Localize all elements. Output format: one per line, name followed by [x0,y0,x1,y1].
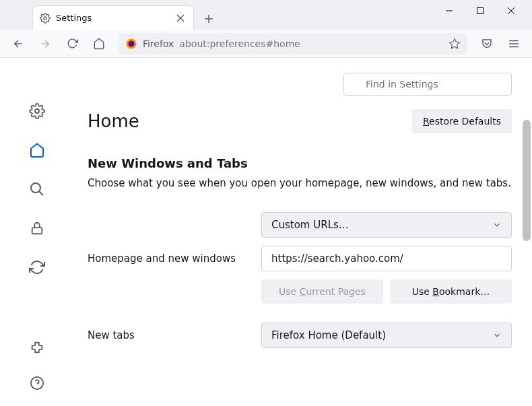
gear-icon [40,13,51,24]
sidebar-help[interactable] [28,374,46,393]
urlbar-url: about:preferences#home [179,38,443,49]
firefox-icon [125,38,137,50]
svg-point-6 [31,183,40,193]
maximize-button[interactable] [465,0,496,22]
scrollbar-thumb[interactable] [523,120,531,241]
browser-tab[interactable]: Settings [32,5,194,30]
close-tab-button[interactable] [174,12,187,24]
menu-button[interactable] [502,32,525,55]
svg-rect-1 [477,8,484,14]
home-button[interactable] [88,32,110,55]
homepage-mode-dropdown[interactable]: Custom URLs… [261,212,512,238]
newtabs-dropdown[interactable]: Firefox Home (Default) [261,323,512,348]
content: Home RRestore Defaultsestore Defaults Ne… [0,58,532,406]
section-desc: Choose what you see when you open your h… [88,177,512,189]
main-panel: Home RRestore Defaultsestore Defaults Ne… [74,58,532,406]
chevron-down-icon [492,331,502,340]
dropdown-value: Custom URLs… [271,219,349,231]
chevron-down-icon [492,220,502,230]
svg-point-0 [44,17,46,20]
restore-defaults-button[interactable]: RRestore Defaultsestore Defaults [412,109,512,133]
tab-title: Settings [56,13,169,23]
toolbar: Firefox about:preferences#home [0,30,532,58]
urlbar-brand: Firefox [143,38,174,49]
section-title: New Windows and Tabs [88,156,512,170]
sidebar-sync[interactable] [28,258,46,277]
find-in-settings-input[interactable] [343,73,512,96]
use-bookmark-button[interactable]: Use Bookmark… [390,279,512,304]
sidebar-home[interactable] [28,141,46,160]
url-bar[interactable]: Firefox about:preferences#home [119,33,467,55]
new-tab-button[interactable] [198,8,220,30]
minimize-button[interactable] [434,0,465,22]
reload-button[interactable] [61,32,84,55]
titlebar: Settings [0,0,532,30]
sidebar-privacy[interactable] [28,219,46,238]
scrollbar[interactable] [521,120,531,406]
forward-button[interactable] [34,32,57,55]
page-title: Home [88,111,139,131]
window-controls [434,0,527,22]
homepage-url-input[interactable] [261,246,512,271]
sidebar-general[interactable] [28,102,46,121]
svg-point-5 [35,109,39,113]
svg-point-3 [129,40,135,46]
use-current-pages-button[interactable]: Use Current Pages [261,279,383,304]
sidebar [0,58,74,406]
sidebar-extensions[interactable] [28,339,46,358]
svg-rect-7 [32,228,42,234]
bookmark-star-icon[interactable] [448,38,461,50]
sidebar-search[interactable] [28,180,46,199]
svg-marker-4 [450,38,460,48]
homepage-label-text: Homepage and new windows [88,252,249,265]
pocket-button[interactable] [475,32,498,55]
dropdown-value: Firefox Home (Default) [271,329,386,341]
close-window-button[interactable] [496,0,527,22]
back-button[interactable] [7,32,30,55]
newtabs-label: New tabs [88,329,249,341]
